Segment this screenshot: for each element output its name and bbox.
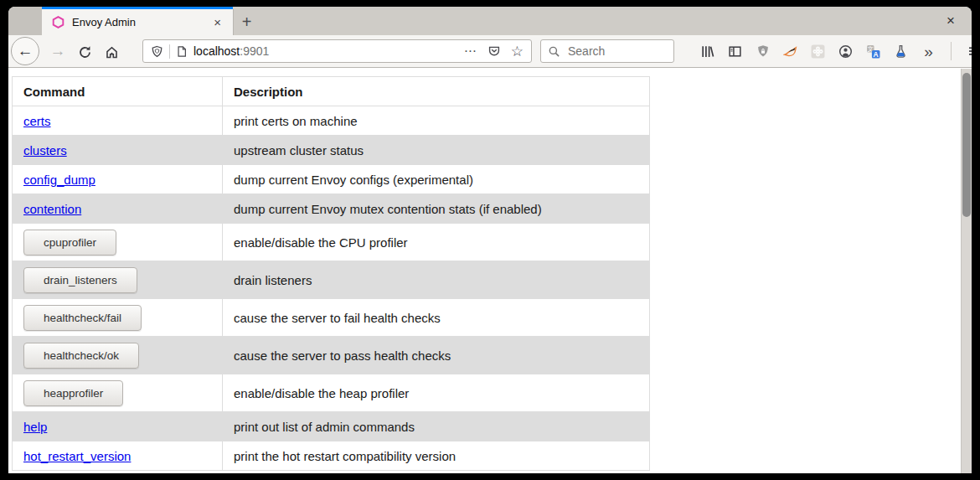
fox-extension-icon[interactable] [783, 44, 797, 59]
table-row-contention: contention dump current Envoy mutex cont… [13, 194, 650, 224]
envoy-favicon-icon [52, 16, 64, 28]
overflow-chevron-icon[interactable]: » [921, 44, 936, 59]
description-cell: drain listeners [223, 261, 650, 299]
tab-title: Envoy Admin [72, 16, 210, 28]
flower-extension-icon[interactable] [811, 44, 825, 59]
tab-bar: Envoy Admin × + × [8, 7, 972, 35]
tracking-protection-shield-icon[interactable] [151, 45, 163, 58]
back-button[interactable]: ← [11, 37, 39, 65]
description-cell: dump current Envoy configs (experimental… [223, 165, 650, 194]
table-row-certs: certs print certs on machine [13, 106, 650, 136]
reload-icon[interactable] [77, 44, 92, 59]
table-row-healthcheck-ok: healthcheck/ok cause the server to pass … [13, 337, 650, 374]
toolbar-right-icons: 文A » [700, 35, 972, 67]
command-link-clusters[interactable]: clusters [23, 143, 67, 157]
home-icon[interactable] [104, 44, 119, 59]
command-link-help[interactable]: help [23, 420, 47, 434]
table-row-drain-listeners: drain_listeners drain listeners [13, 261, 650, 299]
search-bar[interactable] [540, 39, 674, 63]
table-row-heapprofiler: heapprofiler enable/disable the heap pro… [13, 374, 650, 412]
table-row-help: help print out list of admin commands [13, 412, 650, 441]
table-row-clusters: clusters upstream cluster status [13, 136, 650, 165]
command-link-contention[interactable]: contention [23, 202, 81, 216]
new-tab-button[interactable]: + [233, 9, 260, 35]
description-cell: print certs on machine [223, 106, 650, 136]
description-cell: upstream cluster status [223, 136, 650, 165]
navigation-toolbar: ← → localhost:9901 ⋯ [8, 35, 972, 68]
description-cell: cause the server to fail health checks [223, 299, 650, 337]
table-row-hot-restart-version: hot_restart_version print the hot restar… [13, 441, 650, 471]
pocket-icon[interactable] [487, 44, 501, 58]
tabbar-corner [8, 7, 42, 35]
description-cell: dump current Envoy mutex contention stat… [223, 194, 650, 224]
scrollbar-track[interactable] [961, 69, 972, 473]
description-cell: print out list of admin commands [223, 412, 650, 441]
column-header-description: Description [223, 77, 650, 106]
url-actions: ⋯ ☆ [464, 44, 524, 59]
menu-icon[interactable] [967, 44, 972, 59]
browser-window: Envoy Admin × + × ← → [8, 7, 972, 473]
svg-text:A: A [874, 49, 879, 58]
command-link-certs[interactable]: certs [23, 114, 51, 128]
screenshot-root: Envoy Admin × + × ← → [0, 0, 980, 480]
command-link-hot-restart-version[interactable]: hot_restart_version [23, 449, 131, 463]
bookmark-star-icon[interactable]: ☆ [511, 44, 524, 59]
command-button-healthcheck-ok[interactable]: healthcheck/ok [23, 343, 139, 369]
table-row-config-dump: config_dump dump current Envoy configs (… [13, 165, 650, 194]
table-header-row: Command Description [13, 77, 650, 106]
toolbar-separator [951, 42, 952, 60]
command-button-heapprofiler[interactable]: heapprofiler [23, 380, 123, 406]
sidebar-toggle-icon[interactable] [728, 44, 742, 59]
page-actions-icon[interactable]: ⋯ [464, 44, 477, 59]
urlbar-separator [169, 44, 170, 59]
account-icon[interactable] [838, 44, 853, 59]
url-host: localhost [193, 44, 240, 58]
admin-command-table: Command Description certs print certs on… [12, 76, 650, 471]
url-port: :9901 [240, 44, 269, 58]
description-cell: enable/disable the CPU profiler [223, 224, 650, 261]
command-button-drain-listeners[interactable]: drain_listeners [23, 267, 137, 293]
page-info-icon[interactable] [176, 45, 188, 58]
shield-lock-extension-icon[interactable] [756, 44, 770, 59]
page-content: Command Description certs print certs on… [8, 69, 972, 473]
description-cell: cause the server to pass health checks [223, 337, 650, 374]
lab-flask-extension-icon[interactable] [894, 44, 908, 59]
command-button-healthcheck-fail[interactable]: healthcheck/fail [23, 305, 142, 331]
tab-close-icon[interactable]: × [210, 15, 224, 29]
url-bar[interactable]: localhost:9901 ⋯ ☆ [142, 39, 532, 63]
window-close-button[interactable]: × [940, 10, 962, 32]
description-cell: enable/disable the heap profiler [223, 374, 650, 412]
description-cell: print the hot restart compatibility vers… [223, 441, 650, 471]
table-row-healthcheck-fail: healthcheck/fail cause the server to fai… [13, 299, 650, 337]
browser-tab-envoy-admin[interactable]: Envoy Admin × [42, 7, 233, 35]
forward-button[interactable]: → [49, 41, 67, 61]
url-text[interactable]: localhost:9901 [193, 44, 269, 58]
library-icon[interactable] [700, 44, 714, 59]
command-button-cpuprofiler[interactable]: cpuprofiler [23, 230, 116, 255]
command-link-config-dump[interactable]: config_dump [23, 173, 95, 187]
search-input[interactable] [566, 44, 667, 59]
translate-extension-icon[interactable]: 文A [866, 44, 880, 59]
table-row-cpuprofiler: cpuprofiler enable/disable the CPU profi… [13, 224, 650, 261]
column-header-command: Command [13, 77, 223, 106]
scrollbar-thumb[interactable] [962, 73, 971, 217]
search-icon [548, 45, 560, 58]
